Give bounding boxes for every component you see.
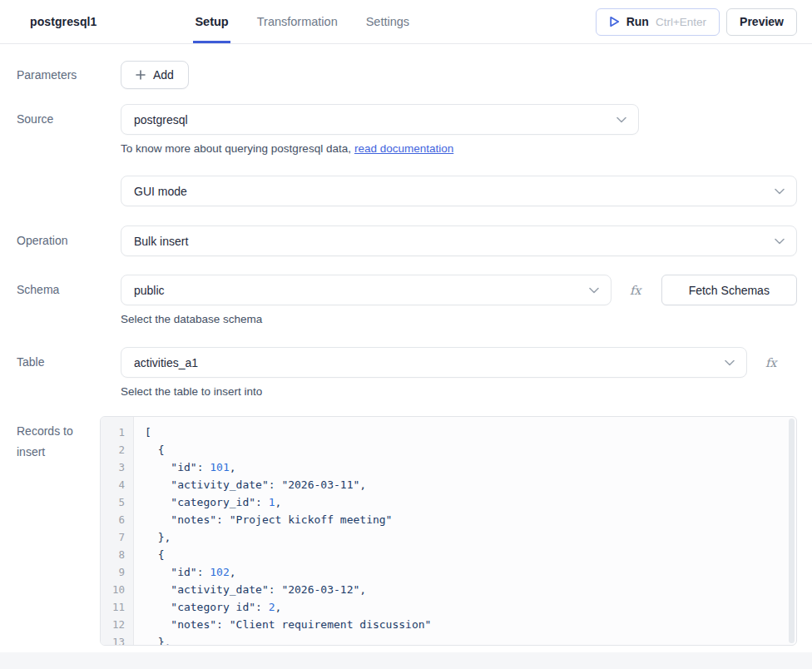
- code-line: "notes": "Client requirement discussion": [145, 616, 796, 633]
- add-parameter-label: Add: [153, 68, 174, 82]
- query-editor-panel: postgresql1 SetupTransformationSettings …: [0, 0, 812, 669]
- code-line: },: [145, 633, 796, 645]
- line-number: 1: [101, 424, 125, 441]
- operation-select-value: Bulk insert: [134, 235, 188, 248]
- fx-toggle-icon[interactable]: fx: [630, 284, 641, 297]
- fetch-schemas-button[interactable]: Fetch Schemas: [661, 275, 797, 305]
- query-header: postgresql1 SetupTransformationSettings …: [0, 0, 812, 44]
- operation-select[interactable]: Bulk insert: [121, 225, 797, 256]
- schema-label: Schema: [0, 275, 121, 305]
- line-number: 10: [101, 581, 125, 598]
- line-number: 3: [101, 458, 125, 476]
- code-line: "notes": "Project kickoff meeting": [145, 511, 796, 528]
- chevron-down-icon: [589, 287, 599, 294]
- line-number: 4: [101, 476, 125, 493]
- records-label: Records to insert: [0, 416, 100, 646]
- code-line: },: [145, 528, 796, 546]
- source-label: Source: [0, 104, 121, 135]
- line-number: 8: [101, 546, 125, 563]
- operation-row: Operation Bulk insert: [0, 225, 812, 256]
- source-select-value: postgresql: [134, 113, 188, 126]
- run-button-label: Run: [626, 15, 649, 28]
- code-line: "id": 102,: [145, 563, 796, 581]
- code-line: {: [145, 441, 796, 458]
- line-number: 6: [101, 511, 125, 528]
- table-row: Table activities_a1 fx Select the table …: [0, 347, 812, 398]
- tab-bar: SetupTransformationSettings: [193, 0, 411, 43]
- records-code-editor[interactable]: 12345678910111213 [ { "id": 101, "activi…: [100, 416, 797, 646]
- play-icon: [609, 16, 620, 27]
- chevron-down-icon: [775, 188, 785, 195]
- line-number: 5: [101, 493, 125, 511]
- schema-select-value: public: [134, 284, 165, 297]
- editor-scrollbar[interactable]: [789, 419, 795, 643]
- line-number: 12: [101, 616, 125, 633]
- editor-gutter: 12345678910111213: [101, 417, 134, 645]
- query-title: postgresql1: [30, 15, 97, 28]
- code-line: "activity_date": "2026-03-11",: [145, 476, 796, 493]
- table-select-value: activities_a1: [134, 356, 198, 369]
- mode-select-value: GUI mode: [134, 185, 187, 198]
- line-number: 13: [101, 633, 125, 646]
- schema-helper: Select the database schema: [121, 313, 797, 325]
- run-shortcut-hint: Ctrl+Enter: [656, 16, 706, 28]
- read-documentation-link[interactable]: read documentation: [354, 142, 453, 155]
- tab-settings[interactable]: Settings: [364, 0, 411, 43]
- add-parameter-button[interactable]: Add: [121, 61, 189, 89]
- schema-select[interactable]: public: [121, 275, 611, 305]
- tab-setup[interactable]: Setup: [193, 0, 230, 43]
- fx-toggle-icon[interactable]: fx: [765, 356, 777, 369]
- table-select[interactable]: activities_a1: [121, 347, 747, 378]
- code-line: "category_id": 1,: [145, 493, 796, 511]
- operation-label: Operation: [0, 225, 121, 256]
- schema-row: Schema public fx Fetch Schemas Select th…: [0, 275, 812, 325]
- source-helper-text: To know more about querying postgresql d…: [121, 142, 351, 155]
- line-number: 2: [101, 441, 125, 458]
- editor-code-area[interactable]: [ { "id": 101, "activity_date": "2026-03…: [134, 417, 796, 645]
- setup-form: Parameters Add Source postgresql: [0, 44, 812, 652]
- source-row: Source postgresql To know more about que…: [0, 104, 812, 155]
- line-number: 7: [101, 528, 125, 546]
- parameters-row: Parameters Add: [0, 61, 812, 89]
- code-line: "category id": 2,: [145, 598, 796, 616]
- header-actions: Run Ctrl+Enter Preview: [596, 8, 797, 36]
- code-line: [: [145, 424, 796, 441]
- line-number: 9: [101, 563, 125, 581]
- mode-select[interactable]: GUI mode: [121, 176, 797, 206]
- source-helper: To know more about querying postgresql d…: [121, 142, 797, 155]
- preview-button[interactable]: Preview: [726, 8, 797, 36]
- chevron-down-icon: [775, 238, 785, 245]
- table-label: Table: [0, 347, 121, 378]
- bottom-strip: [0, 652, 812, 669]
- chevron-down-icon: [725, 359, 735, 366]
- table-helper: Select the table to insert into: [121, 385, 797, 398]
- chevron-down-icon: [616, 116, 626, 123]
- code-line: "activity_date": "2026-03-12",: [145, 581, 796, 598]
- code-line: "id": 101,: [145, 458, 796, 476]
- tab-transformation[interactable]: Transformation: [255, 0, 339, 43]
- plus-icon: [136, 70, 146, 80]
- run-button[interactable]: Run Ctrl+Enter: [596, 8, 720, 36]
- source-select[interactable]: postgresql: [121, 104, 639, 135]
- records-row: Records to insert 12345678910111213 [ { …: [0, 416, 812, 646]
- code-line: {: [145, 546, 796, 563]
- parameters-label: Parameters: [0, 61, 121, 89]
- line-number: 11: [101, 598, 125, 616]
- mode-row: GUI mode: [0, 176, 812, 206]
